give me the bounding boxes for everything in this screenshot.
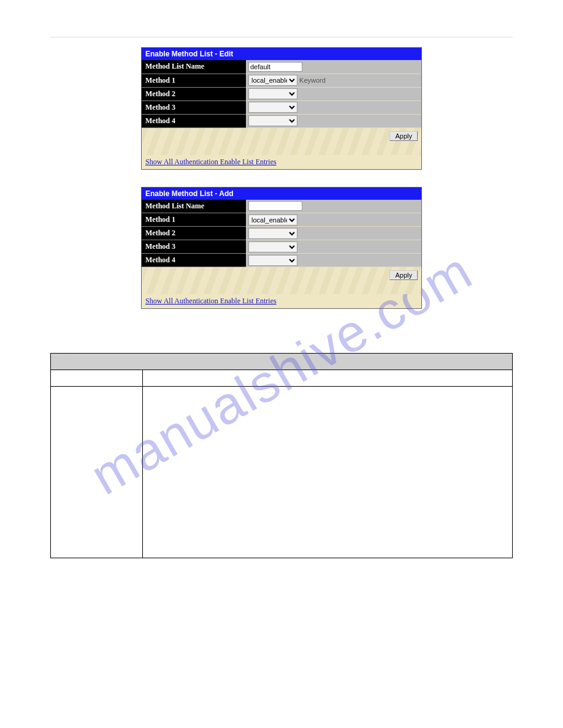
param-method-1234 [51,387,143,558]
method1-select-add[interactable]: local_enable [248,214,297,226]
edit-form-table: Method List Name Method 1 local_enable K… [142,60,421,128]
method2-select[interactable] [248,88,297,99]
label-method4: Method 4 [142,114,246,127]
label-method3: Method 3 [142,100,246,114]
label-method2-add: Method 2 [142,227,246,240]
label-method-list-name-add: Method List Name [142,200,246,213]
method2-select-add[interactable] [248,228,297,239]
label-method3-add: Method 3 [142,240,246,254]
method-list-name-input-add[interactable] [248,201,302,211]
show-all-enable-list-link-add[interactable]: Show All Authentication Enable List Entr… [142,294,421,308]
method1-select[interactable]: local_enable [248,75,297,86]
apply-button[interactable]: Apply [389,131,418,141]
add-form-table: Method List Name Method 1 local_enable M… [142,200,421,268]
method-list-name-input[interactable] [248,62,302,72]
method1-hint: Keyword [299,77,326,84]
label-method-list-name: Method List Name [142,60,246,74]
method3-select[interactable] [248,102,297,113]
table-row [51,387,513,558]
doc-table-header: Enable Method List – Edit and Add [51,354,513,370]
label-method4-add: Method 4 [142,254,246,267]
method3-select-add[interactable] [248,241,297,252]
show-all-enable-list-link[interactable]: Show All Authentication Enable List Entr… [142,155,421,169]
add-footer: Apply [142,267,421,294]
col-parameter: Parameter [51,370,143,387]
method4-select[interactable] [248,115,297,126]
col-description: Description [143,370,513,387]
enable-method-list-edit-panel: Enable Method List - Edit Method List Na… [141,47,422,170]
label-method1-add: Method 1 [142,213,246,227]
apply-button-add[interactable]: Apply [389,270,418,280]
enable-method-list-add-panel: Enable Method List - Add Method List Nam… [141,187,422,309]
label-method1: Method 1 [142,74,246,87]
label-method2: Method 2 [142,87,246,100]
desc-method-1234 [143,387,513,558]
panel-title-add: Enable Method List - Add [142,188,421,200]
parameters-table: Enable Method List – Edit and Add Parame… [50,353,513,558]
edit-footer: Apply [142,128,421,155]
method4-select-add[interactable] [248,255,297,266]
top-rule [50,37,513,37]
panel-title-edit: Enable Method List - Edit [142,48,421,60]
